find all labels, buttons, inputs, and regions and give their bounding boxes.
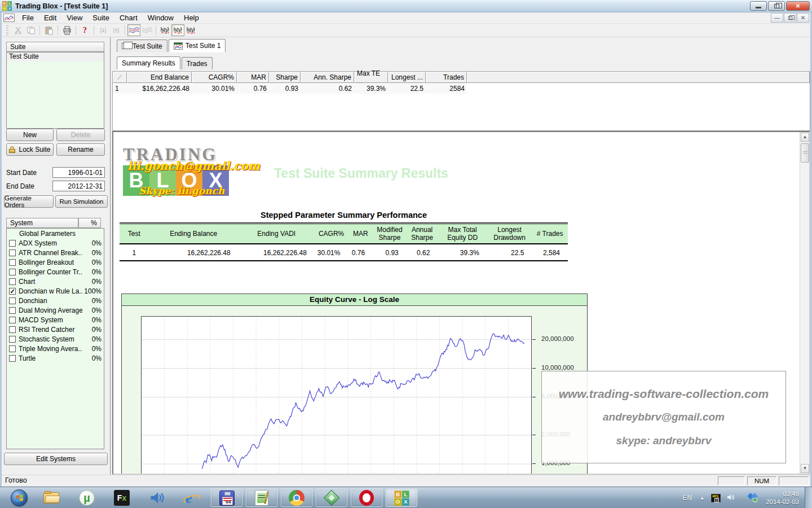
delete-button[interactable]: Delete bbox=[56, 129, 105, 141]
taskbar-floppy-app[interactable]: 64 bbox=[211, 489, 242, 507]
checkbox-icon[interactable] bbox=[9, 240, 16, 247]
taskbar-gem-app[interactable] bbox=[316, 489, 347, 507]
system-list-item[interactable]: MACD System 0% bbox=[7, 315, 104, 325]
system-list-item[interactable]: RSI Trend Catcher 0% bbox=[7, 325, 104, 334]
system-list-item[interactable]: Donchian 0% bbox=[7, 296, 104, 305]
menu-window[interactable]: Window bbox=[143, 12, 179, 23]
system-list-item[interactable]: ✓ Donchian w Rule La... 100% bbox=[7, 286, 104, 296]
tray-chevron-icon[interactable]: ▲ bbox=[700, 496, 704, 501]
hfs-tray-icon[interactable]: HFS 0 bbox=[711, 494, 721, 502]
toolbar-bars-icon[interactable] bbox=[171, 24, 184, 36]
grid-column-2[interactable]: CAGR% bbox=[192, 72, 237, 83]
mdi-minimize-button[interactable]: — bbox=[771, 13, 783, 23]
system-list-item[interactable]: ADX System 0% bbox=[7, 238, 104, 248]
toolbar-sort-desc-icon[interactable] bbox=[109, 24, 122, 36]
checkbox-icon[interactable] bbox=[9, 269, 16, 275]
menu-suite[interactable]: Suite bbox=[87, 12, 114, 23]
checkbox-icon[interactable] bbox=[9, 307, 16, 314]
report-scrollbar[interactable]: ▲ ▼ bbox=[800, 132, 809, 474]
suite-list-item[interactable]: Test Suite bbox=[7, 52, 104, 62]
grid-column-0[interactable]: ∕ bbox=[113, 72, 127, 83]
system-list-item[interactable]: Bollinger Counter Tr... 0% bbox=[7, 267, 104, 277]
taskbar-utorrent[interactable]: µ bbox=[71, 489, 103, 507]
mdi-restore-button[interactable] bbox=[784, 13, 796, 23]
grid-column-3[interactable]: MAR bbox=[237, 72, 269, 83]
taskbar-start-button[interactable] bbox=[3, 489, 35, 507]
rename-button[interactable]: Rename bbox=[56, 143, 105, 156]
system-list-item[interactable]: Dual Moving Average 0% bbox=[7, 305, 104, 315]
scroll-down-arrow[interactable]: ▼ bbox=[801, 464, 809, 473]
taskbar-fx-app[interactable]: Fx bbox=[106, 489, 138, 507]
system-list-item[interactable]: Turtle 0% bbox=[7, 353, 104, 363]
system-panel-header[interactable]: System bbox=[6, 218, 78, 228]
tab-summary-results[interactable]: Summary Results bbox=[117, 56, 180, 69]
tab-test-suite[interactable]: Test Suite bbox=[117, 40, 167, 52]
toolbar-bars-icon[interactable] bbox=[184, 24, 197, 36]
grid-column-5[interactable]: Ann. Sharpe bbox=[301, 72, 354, 83]
taskbar-clock[interactable]: 03:49 2014-02-03 bbox=[766, 490, 799, 506]
mdi-close-button[interactable]: ✕ bbox=[797, 13, 809, 23]
toolbar-waves-gray-icon[interactable] bbox=[140, 24, 153, 36]
grid-column-8[interactable]: Trades bbox=[426, 72, 467, 83]
checkbox-icon[interactable] bbox=[9, 336, 16, 343]
edit-systems-button[interactable]: Edit Systems bbox=[4, 453, 108, 465]
scroll-up-arrow[interactable]: ▲ bbox=[801, 133, 809, 142]
grid-column-7[interactable]: Longest ... bbox=[388, 72, 426, 83]
checkbox-checked-icon[interactable]: ✓ bbox=[9, 288, 16, 295]
restore-button[interactable] bbox=[768, 1, 785, 11]
toolbar-help-icon[interactable]: ? bbox=[78, 24, 91, 36]
system-group-label[interactable]: Global Parameters bbox=[7, 229, 104, 238]
grid-column-1[interactable]: End Balance bbox=[127, 72, 192, 83]
toolbar-copy-icon[interactable] bbox=[24, 24, 37, 36]
tab-test-suite-1[interactable]: Test Suite 1 bbox=[169, 39, 226, 52]
taskbar-editor-app[interactable] bbox=[246, 489, 277, 507]
taskbar-volume-app[interactable] bbox=[141, 489, 173, 507]
menu-view[interactable]: View bbox=[61, 12, 87, 23]
menu-chart[interactable]: Chart bbox=[114, 12, 143, 23]
taskbar-opera[interactable] bbox=[351, 489, 382, 507]
checkbox-icon[interactable] bbox=[9, 249, 16, 256]
chart-doc-icon[interactable] bbox=[3, 14, 15, 22]
taskbar-chrome[interactable] bbox=[281, 489, 312, 507]
system-list-item[interactable]: ATR Channel Break... 0% bbox=[7, 248, 104, 257]
toolbar-cut-icon[interactable] bbox=[11, 24, 24, 36]
menu-file[interactable]: File bbox=[17, 12, 39, 23]
system-list-item[interactable]: Stochastic System 0% bbox=[7, 334, 104, 344]
checkbox-icon[interactable] bbox=[9, 326, 16, 333]
grid-column-4[interactable]: Sharpe bbox=[269, 72, 301, 83]
show-desktop-button[interactable] bbox=[805, 487, 812, 508]
suite-panel-header[interactable]: Suite bbox=[6, 42, 104, 52]
menu-help[interactable]: Help bbox=[179, 12, 204, 23]
system-list-item[interactable]: Triple Moving Avera... 0% bbox=[7, 344, 104, 353]
scroll-thumb[interactable] bbox=[801, 143, 809, 163]
tab-trades[interactable]: Trades bbox=[182, 57, 213, 69]
system-list-item[interactable]: Chart 0% bbox=[7, 277, 104, 286]
run-simulation-button[interactable]: Run Simulation bbox=[55, 195, 108, 208]
language-indicator[interactable]: EN bbox=[683, 494, 692, 502]
toolbar-paste-icon[interactable] bbox=[42, 24, 55, 36]
minimize-button[interactable] bbox=[750, 1, 767, 11]
grid-column-6[interactable]: Max TE ... bbox=[354, 72, 388, 83]
taskbar-trading-blox[interactable]: BLOX bbox=[386, 489, 417, 507]
checkbox-icon[interactable] bbox=[9, 345, 16, 352]
end-date-input[interactable]: 2012-12-31 bbox=[52, 181, 105, 191]
volume-tray-icon[interactable] bbox=[726, 493, 735, 503]
taskbar-explorer[interactable] bbox=[36, 489, 68, 507]
lock-suite-button[interactable]: Lock Suite bbox=[6, 143, 54, 156]
toolbar-grip[interactable] bbox=[6, 25, 8, 36]
taskbar-internet-explorer[interactable]: e bbox=[176, 489, 208, 507]
dropbox-tray-icon[interactable]: ✓ bbox=[748, 493, 758, 502]
close-button[interactable]: ✕ bbox=[786, 1, 810, 11]
checkbox-icon[interactable] bbox=[9, 278, 16, 285]
new-button[interactable]: New bbox=[6, 129, 54, 141]
toolbar-print-icon[interactable] bbox=[60, 24, 73, 36]
toolbar-waves-icon[interactable] bbox=[127, 24, 140, 36]
checkbox-icon[interactable] bbox=[9, 317, 16, 323]
menu-edit[interactable]: Edit bbox=[39, 12, 61, 23]
table-row[interactable]: 1$16,262,226.4830.01%0.760.930.6239.3%22… bbox=[113, 83, 810, 94]
checkbox-icon[interactable] bbox=[9, 259, 16, 266]
toolbar-sort-asc-icon[interactable] bbox=[96, 24, 109, 36]
start-date-input[interactable]: 1996-01-01 bbox=[52, 167, 105, 178]
generate-orders-button[interactable]: Generate Orders bbox=[4, 195, 54, 208]
system-pct-header[interactable]: % bbox=[78, 218, 101, 228]
